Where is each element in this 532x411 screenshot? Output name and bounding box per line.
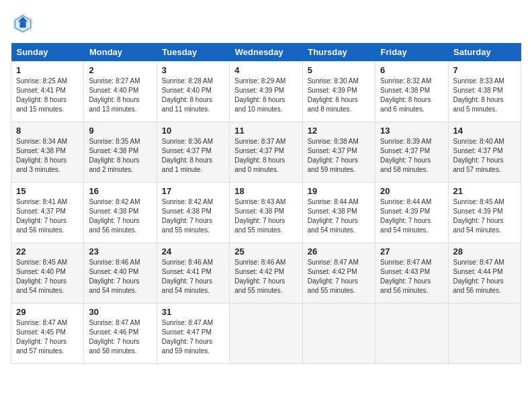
calendar-day: 4Sunrise: 8:29 AMSunset: 4:39 PMDaylight… — [230, 62, 302, 122]
day-info: Sunrise: 8:34 AMSunset: 4:38 PMDaylight:… — [16, 137, 79, 175]
day-number: 14 — [453, 126, 516, 136]
day-number: 25 — [234, 246, 297, 257]
day-number: 22 — [16, 246, 79, 257]
day-info: Sunrise: 8:45 AMSunset: 4:39 PMDaylight:… — [453, 197, 516, 235]
calendar-day: 22Sunrise: 8:45 AMSunset: 4:40 PMDayligh… — [11, 243, 84, 304]
svg-rect-2 — [20, 21, 26, 28]
day-info: Sunrise: 8:30 AMSunset: 4:39 PMDaylight:… — [308, 77, 370, 114]
day-info: Sunrise: 8:41 AMSunset: 4:37 PMDaylight:… — [16, 197, 79, 235]
calendar-day: 14Sunrise: 8:40 AMSunset: 4:37 PMDayligh… — [448, 122, 521, 183]
day-number: 6 — [380, 65, 443, 75]
day-info: Sunrise: 8:47 AMSunset: 4:47 PMDaylight:… — [162, 318, 224, 356]
header-friday: Friday — [375, 43, 448, 62]
calendar-week-5: 29Sunrise: 8:47 AMSunset: 4:45 PMDayligh… — [11, 304, 521, 364]
day-info: Sunrise: 8:28 AMSunset: 4:40 PMDaylight:… — [162, 77, 224, 114]
day-number: 30 — [89, 307, 151, 317]
day-info: Sunrise: 8:47 AMSunset: 4:45 PMDaylight:… — [16, 318, 79, 356]
header-tuesday: Tuesday — [157, 43, 229, 62]
calendar-day: 24Sunrise: 8:46 AMSunset: 4:41 PMDayligh… — [157, 243, 229, 304]
day-info: Sunrise: 8:32 AMSunset: 4:38 PMDaylight:… — [380, 77, 443, 114]
calendar-day: 2Sunrise: 8:27 AMSunset: 4:40 PMDaylight… — [84, 62, 157, 122]
calendar-week-3: 15Sunrise: 8:41 AMSunset: 4:37 PMDayligh… — [11, 183, 521, 243]
day-info: Sunrise: 8:40 AMSunset: 4:37 PMDaylight:… — [453, 137, 516, 175]
day-number: 2 — [89, 65, 151, 75]
day-info: Sunrise: 8:45 AMSunset: 4:40 PMDaylight:… — [16, 258, 79, 295]
page-header — [11, 11, 521, 35]
calendar-day: 27Sunrise: 8:47 AMSunset: 4:43 PMDayligh… — [375, 243, 448, 304]
calendar-week-1: 1Sunrise: 8:25 AMSunset: 4:41 PMDaylight… — [11, 62, 521, 122]
day-info: Sunrise: 8:47 AMSunset: 4:44 PMDaylight:… — [453, 258, 516, 295]
day-number: 18 — [234, 186, 297, 196]
day-number: 27 — [380, 246, 443, 257]
calendar-day: 16Sunrise: 8:42 AMSunset: 4:38 PMDayligh… — [84, 183, 157, 243]
calendar-day: 31Sunrise: 8:47 AMSunset: 4:47 PMDayligh… — [157, 304, 229, 364]
calendar-day: 21Sunrise: 8:45 AMSunset: 4:39 PMDayligh… — [448, 183, 521, 243]
calendar-day: 25Sunrise: 8:46 AMSunset: 4:42 PMDayligh… — [230, 243, 302, 304]
calendar-day: 28Sunrise: 8:47 AMSunset: 4:44 PMDayligh… — [448, 243, 521, 304]
day-number: 13 — [380, 126, 443, 136]
day-number: 8 — [16, 126, 79, 136]
day-number: 23 — [89, 246, 151, 257]
day-number: 12 — [308, 126, 370, 136]
calendar-day: 18Sunrise: 8:43 AMSunset: 4:38 PMDayligh… — [230, 183, 302, 243]
calendar-day: 9Sunrise: 8:35 AMSunset: 4:38 PMDaylight… — [84, 122, 157, 183]
calendar-week-2: 8Sunrise: 8:34 AMSunset: 4:38 PMDaylight… — [11, 122, 521, 183]
calendar-day: 10Sunrise: 8:36 AMSunset: 4:37 PMDayligh… — [157, 122, 229, 183]
day-number: 1 — [16, 65, 79, 75]
calendar-day: 8Sunrise: 8:34 AMSunset: 4:38 PMDaylight… — [11, 122, 84, 183]
calendar-day: 20Sunrise: 8:44 AMSunset: 4:39 PMDayligh… — [375, 183, 448, 243]
day-info: Sunrise: 8:46 AMSunset: 4:40 PMDaylight:… — [89, 258, 151, 295]
day-info: Sunrise: 8:37 AMSunset: 4:37 PMDaylight:… — [234, 137, 297, 175]
calendar-day: 15Sunrise: 8:41 AMSunset: 4:37 PMDayligh… — [11, 183, 84, 243]
day-info: Sunrise: 8:35 AMSunset: 4:38 PMDaylight:… — [89, 137, 151, 175]
day-number: 29 — [16, 307, 79, 317]
day-number: 11 — [234, 126, 297, 136]
day-number: 4 — [234, 65, 297, 75]
calendar-day: 30Sunrise: 8:47 AMSunset: 4:46 PMDayligh… — [84, 304, 157, 364]
day-info: Sunrise: 8:33 AMSunset: 4:38 PMDaylight:… — [453, 77, 516, 114]
calendar-table: SundayMondayTuesdayWednesdayThursdayFrid… — [11, 43, 521, 364]
day-info: Sunrise: 8:42 AMSunset: 4:38 PMDaylight:… — [89, 197, 151, 235]
day-number: 10 — [162, 126, 224, 136]
day-info: Sunrise: 8:27 AMSunset: 4:40 PMDaylight:… — [89, 77, 151, 114]
day-info: Sunrise: 8:43 AMSunset: 4:38 PMDaylight:… — [234, 197, 297, 235]
day-number: 21 — [453, 186, 516, 196]
day-info: Sunrise: 8:44 AMSunset: 4:39 PMDaylight:… — [380, 197, 443, 235]
day-number: 31 — [162, 307, 224, 317]
day-number: 24 — [162, 246, 224, 257]
calendar-day: 11Sunrise: 8:37 AMSunset: 4:37 PMDayligh… — [230, 122, 302, 183]
header-saturday: Saturday — [448, 43, 521, 62]
calendar-day — [230, 304, 302, 364]
calendar-day: 1Sunrise: 8:25 AMSunset: 4:41 PMDaylight… — [11, 62, 84, 122]
calendar-header-row: SundayMondayTuesdayWednesdayThursdayFrid… — [11, 43, 521, 62]
calendar-day: 3Sunrise: 8:28 AMSunset: 4:40 PMDaylight… — [157, 62, 229, 122]
calendar-day — [302, 304, 375, 364]
header-wednesday: Wednesday — [230, 43, 302, 62]
day-info: Sunrise: 8:44 AMSunset: 4:38 PMDaylight:… — [308, 197, 370, 235]
calendar-day: 19Sunrise: 8:44 AMSunset: 4:38 PMDayligh… — [302, 183, 375, 243]
day-number: 7 — [453, 65, 516, 75]
calendar-day: 12Sunrise: 8:38 AMSunset: 4:37 PMDayligh… — [302, 122, 375, 183]
day-info: Sunrise: 8:42 AMSunset: 4:38 PMDaylight:… — [162, 197, 224, 235]
header-sunday: Sunday — [11, 43, 84, 62]
day-info: Sunrise: 8:47 AMSunset: 4:43 PMDaylight:… — [380, 258, 443, 295]
day-info: Sunrise: 8:25 AMSunset: 4:41 PMDaylight:… — [16, 77, 79, 114]
day-number: 9 — [89, 126, 151, 136]
day-number: 15 — [16, 186, 79, 196]
day-number: 26 — [308, 246, 370, 257]
calendar-day — [448, 304, 521, 364]
day-number: 16 — [89, 186, 151, 196]
calendar-day: 17Sunrise: 8:42 AMSunset: 4:38 PMDayligh… — [157, 183, 229, 243]
calendar-day: 7Sunrise: 8:33 AMSunset: 4:38 PMDaylight… — [448, 62, 521, 122]
day-info: Sunrise: 8:29 AMSunset: 4:39 PMDaylight:… — [234, 77, 297, 114]
calendar-day — [375, 304, 448, 364]
day-info: Sunrise: 8:36 AMSunset: 4:37 PMDaylight:… — [162, 137, 224, 175]
day-number: 17 — [162, 186, 224, 196]
logo — [11, 11, 38, 35]
calendar-day: 5Sunrise: 8:30 AMSunset: 4:39 PMDaylight… — [302, 62, 375, 122]
header-thursday: Thursday — [302, 43, 375, 62]
calendar-day: 13Sunrise: 8:39 AMSunset: 4:37 PMDayligh… — [375, 122, 448, 183]
day-number: 19 — [308, 186, 370, 196]
calendar-day: 29Sunrise: 8:47 AMSunset: 4:45 PMDayligh… — [11, 304, 84, 364]
day-info: Sunrise: 8:38 AMSunset: 4:37 PMDaylight:… — [308, 137, 370, 175]
